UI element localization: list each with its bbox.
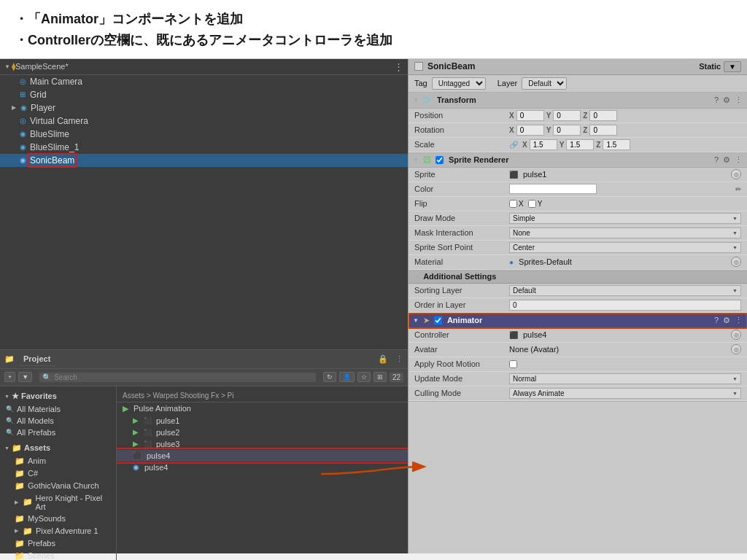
assets-triangle: ▼ xyxy=(4,446,9,451)
hierarchy-header: ▼ ⧫ SampleScene* ⋮ xyxy=(0,59,408,75)
hierarchy-item-grid[interactable]: ⊞ Grid xyxy=(0,88,408,101)
more-icon[interactable]: ⋮ xyxy=(735,96,743,105)
rotation-x[interactable] xyxy=(516,125,544,136)
star-button[interactable]: ☆ xyxy=(357,372,371,382)
all-prefabs-item[interactable]: 🔍 All Prefabs xyxy=(0,427,116,438)
sorting-layer-row: Sorting Layer Default xyxy=(409,284,747,298)
rotation-z[interactable] xyxy=(589,125,617,136)
all-models-item[interactable]: 🔍 All Models xyxy=(0,415,116,427)
pulse4-controller-label: pulse4 xyxy=(147,451,170,460)
all-materials-item[interactable]: 🔍 All Materials xyxy=(0,403,116,415)
pulse4-controller-item[interactable]: ⬛ pulse4 xyxy=(117,450,408,462)
sprite-value: ⬛ pulse1 ◎ xyxy=(509,169,741,179)
pulse2-item[interactable]: ▶ ⬛ pulse2 xyxy=(117,427,408,438)
scale-z[interactable] xyxy=(603,139,630,150)
prefabs-item[interactable]: 📁 Prefabs xyxy=(0,537,116,550)
hierarchy-menu-icon[interactable]: ⋮ xyxy=(394,61,403,72)
hero-knight-item[interactable]: ▶ 📁 Hero Knight - Pixel Art xyxy=(0,492,116,513)
sy-label: Y xyxy=(560,141,565,149)
folder-icon: 📁 xyxy=(15,469,25,478)
animator-settings-icon[interactable]: ⚙ xyxy=(723,316,730,325)
scale-y[interactable] xyxy=(566,139,594,150)
sprite-target-btn[interactable]: ◎ xyxy=(731,169,741,179)
sorting-layer-dropdown[interactable]: Default xyxy=(509,285,741,296)
pixel-adventure-item[interactable]: ▶ 📁 Pixel Adventure 1 xyxy=(0,525,116,537)
avatar-target-btn[interactable]: ◎ xyxy=(731,344,741,354)
draw-mode-dropdown[interactable]: Simple xyxy=(509,213,741,224)
position-x[interactable] xyxy=(516,110,544,121)
project-menu-icon[interactable]: ⋮ xyxy=(395,354,403,364)
sr-settings-icon[interactable]: ⚙ xyxy=(723,155,730,165)
hierarchy-item-blue-slime-1[interactable]: ◉ BlueSlime_1 xyxy=(0,141,408,154)
position-row: Position X Y Z xyxy=(409,109,747,123)
pulse1-icon: ▶ xyxy=(133,416,139,424)
additional-settings-label: Additional Settings xyxy=(423,272,496,281)
material-target-btn[interactable]: ◎ xyxy=(731,257,741,267)
obj-checkbox[interactable] xyxy=(414,62,423,71)
sx-label: X xyxy=(522,141,527,149)
refresh-button[interactable]: ↻ xyxy=(323,372,336,382)
annotation-area: ・「Animator」コンポーネントを追加 ・Controllerの空欄に、既に… xyxy=(0,0,747,59)
all-prefabs-label: All Prefabs xyxy=(17,428,55,437)
update-mode-dropdown[interactable]: Normal xyxy=(509,373,741,384)
pulse1-label: pulse1 xyxy=(156,416,179,425)
flip-y-checkbox[interactable] xyxy=(528,200,536,208)
gothicvania-label: GothicVania Church xyxy=(28,481,99,490)
culling-mode-value: Always Animate xyxy=(509,388,741,399)
scenes-item[interactable]: 📁 Scenes xyxy=(0,550,116,560)
sr-more-icon[interactable]: ⋮ xyxy=(735,155,743,165)
pulse-animation-item[interactable]: ▶ Pulse Animation xyxy=(117,402,408,415)
add-button[interactable]: + xyxy=(4,372,15,382)
pulse3-item[interactable]: ▶ ⬛ pulse3 xyxy=(117,438,408,450)
color-picker-icon[interactable]: ✏ xyxy=(735,185,741,193)
sr-help-icon[interactable]: ? xyxy=(714,155,719,165)
hierarchy-item-blue-slime[interactable]: ◉ BlueSlime xyxy=(0,128,408,141)
static-button[interactable]: ▼ xyxy=(724,61,741,72)
sort-button[interactable]: ▼ xyxy=(18,372,32,382)
mask-interaction-dropdown[interactable]: None xyxy=(509,228,741,238)
rotation-y[interactable] xyxy=(553,125,581,136)
transform-header[interactable]: ▼ ⟳ Transform ? ⚙ ⋮ xyxy=(409,93,747,109)
csharp-item[interactable]: 📁 C# xyxy=(0,467,116,480)
pulse4-prefab-item[interactable]: ◉ pulse4 xyxy=(117,462,408,473)
animator-header[interactable]: ▼ ➤ Animator ? ⚙ ⋮ xyxy=(409,314,747,328)
order-in-layer-value xyxy=(509,300,741,311)
tag-select[interactable]: Untagged xyxy=(432,77,486,90)
sprite-renderer-header[interactable]: ▼ 🖼 Sprite Renderer ? ⚙ ⋮ xyxy=(409,153,747,168)
layer-select[interactable]: Default xyxy=(522,77,567,90)
settings-icon[interactable]: ⚙ xyxy=(723,96,730,105)
help-icon[interactable]: ? xyxy=(714,96,719,105)
anim-item[interactable]: 📁 Anim xyxy=(0,455,116,467)
apply-root-motion-checkbox[interactable] xyxy=(509,360,517,368)
flip-x-checkbox[interactable] xyxy=(509,200,517,208)
animator-more-icon[interactable]: ⋮ xyxy=(735,316,743,325)
controller-label: Controller xyxy=(414,330,509,339)
mysounds-item[interactable]: 📁 MySounds xyxy=(0,513,116,525)
position-y[interactable] xyxy=(553,110,581,121)
flip-y-label: Y xyxy=(538,200,543,208)
transform-title: Transform xyxy=(437,96,476,104)
animator-enabled-checkbox[interactable] xyxy=(434,316,442,324)
gothicvania-item[interactable]: 📁 GothicVania Church xyxy=(0,480,116,492)
favorites-section: ▼ ★ Favorites xyxy=(0,389,116,403)
sr-enabled-checkbox[interactable] xyxy=(436,156,444,164)
culling-mode-dropdown[interactable]: Always Animate xyxy=(509,388,741,399)
hierarchy-item-sonic-beam[interactable]: ◉ SonicBeam xyxy=(0,154,408,167)
color-swatch[interactable] xyxy=(509,184,597,194)
order-in-layer-input[interactable] xyxy=(509,300,741,311)
scale-x[interactable] xyxy=(530,139,557,150)
pulse1-item[interactable]: ▶ ⬛ pulse1 xyxy=(117,415,408,427)
culling-mode-val: Always Animate xyxy=(513,389,565,397)
hierarchy-item-main-camera[interactable]: ◎ Main Camera xyxy=(0,75,408,88)
order-in-layer-row: Order in Layer xyxy=(409,298,747,313)
filter-button[interactable]: ⊞ xyxy=(374,372,387,382)
hierarchy-item-player[interactable]: ▶ ◉ Player xyxy=(0,101,408,114)
animator-help-icon[interactable]: ? xyxy=(714,316,719,325)
sprite-sort-point-dropdown[interactable]: Center xyxy=(509,242,741,253)
person-button[interactable]: 👤 xyxy=(339,372,355,382)
hierarchy-item-virtual-camera[interactable]: ◎ Virtual Camera xyxy=(0,114,408,128)
avatar-value: None (Avatar) ◎ xyxy=(509,344,741,354)
material-name: Sprites-Default xyxy=(519,257,728,266)
controller-target-btn[interactable]: ◎ xyxy=(731,330,741,340)
position-z[interactable] xyxy=(589,110,617,121)
